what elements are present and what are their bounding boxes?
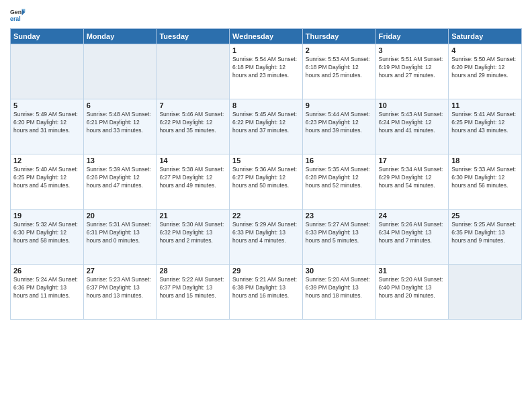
day-info: Sunrise: 5:50 AM Sunset: 6:20 PM Dayligh… [451, 56, 519, 80]
weekday-header-sunday: Sunday [11, 29, 84, 44]
calendar-cell: 18Sunrise: 5:33 AM Sunset: 6:30 PM Dayli… [449, 154, 522, 210]
day-number: 11 [451, 101, 519, 109]
calendar-cell: 5Sunrise: 5:49 AM Sunset: 6:20 PM Daylig… [11, 99, 84, 154]
day-number: 9 [306, 101, 373, 109]
calendar-cell: 19Sunrise: 5:32 AM Sunset: 6:30 PM Dayli… [11, 210, 84, 265]
day-number: 22 [232, 212, 300, 220]
day-info: Sunrise: 5:44 AM Sunset: 6:23 PM Dayligh… [306, 111, 373, 135]
calendar-cell: 20Sunrise: 5:31 AM Sunset: 6:31 PM Dayli… [83, 210, 157, 265]
calendar-cell: 11Sunrise: 5:41 AM Sunset: 6:25 PM Dayli… [449, 99, 522, 154]
day-info: Sunrise: 5:40 AM Sunset: 6:25 PM Dayligh… [13, 166, 81, 190]
weekday-header-row: SundayMondayTuesdayWednesdayThursdayFrid… [11, 29, 522, 44]
day-info: Sunrise: 5:45 AM Sunset: 6:22 PM Dayligh… [232, 111, 300, 135]
calendar-cell [11, 44, 84, 99]
calendar-week-3: 12Sunrise: 5:40 AM Sunset: 6:25 PM Dayli… [11, 154, 522, 210]
calendar-cell: 6Sunrise: 5:48 AM Sunset: 6:21 PM Daylig… [83, 99, 157, 154]
calendar-cell: 22Sunrise: 5:29 AM Sunset: 6:33 PM Dayli… [230, 210, 303, 265]
calendar-cell: 16Sunrise: 5:35 AM Sunset: 6:28 PM Dayli… [302, 154, 375, 210]
calendar-cell: 9Sunrise: 5:44 AM Sunset: 6:23 PM Daylig… [302, 99, 375, 154]
day-info: Sunrise: 5:23 AM Sunset: 6:37 PM Dayligh… [87, 276, 154, 300]
calendar-cell [157, 44, 230, 99]
day-number: 8 [232, 101, 300, 109]
calendar-cell: 26Sunrise: 5:24 AM Sunset: 6:36 PM Dayli… [11, 265, 84, 320]
calendar-week-5: 26Sunrise: 5:24 AM Sunset: 6:36 PM Dayli… [11, 265, 522, 320]
day-number: 12 [13, 156, 81, 165]
day-number: 5 [13, 101, 81, 109]
page-header: Gen eral [10, 7, 522, 23]
day-number: 24 [379, 212, 446, 220]
day-number: 14 [159, 156, 226, 165]
day-info: Sunrise: 5:31 AM Sunset: 6:31 PM Dayligh… [87, 221, 154, 245]
day-number: 3 [379, 46, 446, 54]
day-info: Sunrise: 5:35 AM Sunset: 6:28 PM Dayligh… [306, 166, 373, 190]
calendar-cell: 7Sunrise: 5:46 AM Sunset: 6:22 PM Daylig… [157, 99, 230, 154]
day-info: Sunrise: 5:33 AM Sunset: 6:30 PM Dayligh… [451, 166, 519, 190]
weekday-header-monday: Monday [83, 29, 157, 44]
calendar-week-4: 19Sunrise: 5:32 AM Sunset: 6:30 PM Dayli… [11, 210, 522, 265]
day-info: Sunrise: 5:49 AM Sunset: 6:20 PM Dayligh… [13, 111, 81, 135]
day-info: Sunrise: 5:20 AM Sunset: 6:40 PM Dayligh… [379, 276, 446, 300]
calendar-week-2: 5Sunrise: 5:49 AM Sunset: 6:20 PM Daylig… [11, 99, 522, 154]
day-number: 20 [87, 212, 154, 220]
calendar-cell: 21Sunrise: 5:30 AM Sunset: 6:32 PM Dayli… [157, 210, 230, 265]
day-info: Sunrise: 5:39 AM Sunset: 6:26 PM Dayligh… [87, 166, 154, 190]
day-number: 28 [159, 267, 226, 275]
day-number: 2 [306, 46, 373, 54]
calendar-cell: 27Sunrise: 5:23 AM Sunset: 6:37 PM Dayli… [83, 265, 157, 320]
calendar-cell: 25Sunrise: 5:25 AM Sunset: 6:35 PM Dayli… [449, 210, 522, 265]
day-info: Sunrise: 5:32 AM Sunset: 6:30 PM Dayligh… [13, 221, 81, 245]
calendar-cell: 31Sunrise: 5:20 AM Sunset: 6:40 PM Dayli… [375, 265, 449, 320]
svg-text:Gen: Gen [10, 9, 21, 15]
calendar-cell: 3Sunrise: 5:51 AM Sunset: 6:19 PM Daylig… [375, 44, 449, 99]
day-info: Sunrise: 5:22 AM Sunset: 6:37 PM Dayligh… [159, 276, 226, 300]
calendar-cell: 24Sunrise: 5:26 AM Sunset: 6:34 PM Dayli… [375, 210, 449, 265]
day-info: Sunrise: 5:38 AM Sunset: 6:27 PM Dayligh… [159, 166, 226, 190]
calendar-week-1: 1Sunrise: 5:54 AM Sunset: 6:18 PM Daylig… [11, 44, 522, 99]
day-info: Sunrise: 5:25 AM Sunset: 6:35 PM Dayligh… [451, 221, 519, 245]
day-number: 23 [306, 212, 373, 220]
day-number: 7 [159, 101, 226, 109]
day-info: Sunrise: 5:26 AM Sunset: 6:34 PM Dayligh… [379, 221, 446, 245]
svg-text:eral: eral [10, 15, 21, 22]
day-number: 18 [451, 156, 519, 165]
weekday-header-saturday: Saturday [449, 29, 522, 44]
calendar-cell: 8Sunrise: 5:45 AM Sunset: 6:22 PM Daylig… [230, 99, 303, 154]
logo: Gen eral [10, 7, 28, 23]
calendar-cell: 23Sunrise: 5:27 AM Sunset: 6:33 PM Dayli… [302, 210, 375, 265]
calendar-cell: 10Sunrise: 5:43 AM Sunset: 6:24 PM Dayli… [375, 99, 449, 154]
day-info: Sunrise: 5:27 AM Sunset: 6:33 PM Dayligh… [306, 221, 373, 245]
weekday-header-tuesday: Tuesday [157, 29, 230, 44]
day-info: Sunrise: 5:51 AM Sunset: 6:19 PM Dayligh… [379, 56, 446, 80]
day-info: Sunrise: 5:36 AM Sunset: 6:27 PM Dayligh… [232, 166, 300, 190]
calendar-cell [83, 44, 157, 99]
day-info: Sunrise: 5:24 AM Sunset: 6:36 PM Dayligh… [13, 276, 81, 300]
day-number: 13 [87, 156, 154, 165]
day-number: 16 [306, 156, 373, 165]
day-number: 25 [451, 212, 519, 220]
weekday-header-friday: Friday [375, 29, 449, 44]
calendar-cell: 28Sunrise: 5:22 AM Sunset: 6:37 PM Dayli… [157, 265, 230, 320]
day-info: Sunrise: 5:43 AM Sunset: 6:24 PM Dayligh… [379, 111, 446, 135]
day-number: 1 [232, 46, 300, 54]
day-number: 4 [451, 46, 519, 54]
day-info: Sunrise: 5:34 AM Sunset: 6:29 PM Dayligh… [379, 166, 446, 190]
day-info: Sunrise: 5:29 AM Sunset: 6:33 PM Dayligh… [232, 221, 300, 245]
calendar-cell: 30Sunrise: 5:20 AM Sunset: 6:39 PM Dayli… [302, 265, 375, 320]
weekday-header-thursday: Thursday [302, 29, 375, 44]
day-number: 21 [159, 212, 226, 220]
day-number: 26 [13, 267, 81, 275]
day-number: 6 [87, 101, 154, 109]
day-number: 27 [87, 267, 154, 275]
day-info: Sunrise: 5:30 AM Sunset: 6:32 PM Dayligh… [159, 221, 226, 245]
calendar-cell: 29Sunrise: 5:21 AM Sunset: 6:38 PM Dayli… [230, 265, 303, 320]
day-number: 30 [306, 267, 373, 275]
day-number: 19 [13, 212, 81, 220]
calendar-cell: 17Sunrise: 5:34 AM Sunset: 6:29 PM Dayli… [375, 154, 449, 210]
day-number: 10 [379, 101, 446, 109]
logo-icon: Gen eral [10, 7, 26, 23]
day-info: Sunrise: 5:48 AM Sunset: 6:21 PM Dayligh… [87, 111, 154, 135]
calendar: SundayMondayTuesdayWednesdayThursdayFrid… [10, 28, 522, 320]
day-number: 31 [379, 267, 446, 275]
calendar-cell: 4Sunrise: 5:50 AM Sunset: 6:20 PM Daylig… [449, 44, 522, 99]
day-info: Sunrise: 5:46 AM Sunset: 6:22 PM Dayligh… [159, 111, 226, 135]
